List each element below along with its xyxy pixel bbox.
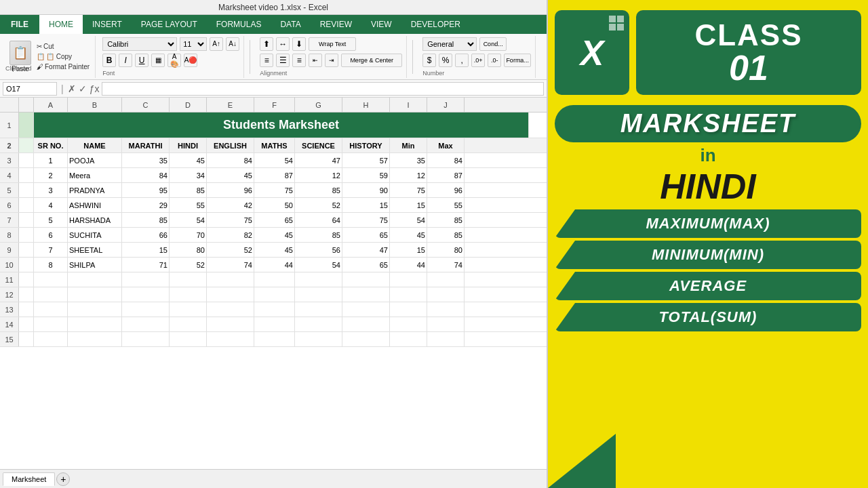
empty-r13-c2[interactable] <box>122 302 170 317</box>
align-left-button[interactable]: ≡ <box>260 54 273 67</box>
cell-r6-c2[interactable]: 29 <box>122 198 170 212</box>
indent-increase-button[interactable]: ⇥ <box>325 54 338 67</box>
empty-r15-c8[interactable] <box>390 332 427 346</box>
cell-r4-c9[interactable]: 87 <box>427 168 465 182</box>
format-painter-button[interactable]: 🖌 Format Painter <box>35 62 91 71</box>
empty-r14-c8[interactable] <box>390 317 427 331</box>
insert-function-icon[interactable]: ƒx <box>90 83 100 94</box>
empty-r11-c5[interactable] <box>254 272 295 287</box>
tab-home[interactable]: HOME <box>39 15 83 34</box>
cell-r7-c0[interactable]: 5 <box>34 213 68 227</box>
cell-r10-c2[interactable]: 71 <box>122 258 170 272</box>
cell-r8-c5[interactable]: 45 <box>254 228 295 242</box>
cell-r4-c8[interactable]: 12 <box>390 168 427 182</box>
empty-r14-c9[interactable] <box>427 317 465 331</box>
empty-r12-c9[interactable] <box>427 287 465 302</box>
cell-r5-c4[interactable]: 96 <box>207 183 254 197</box>
empty-r14-c1[interactable] <box>68 317 122 331</box>
cell-r3-c3[interactable]: 45 <box>170 153 207 167</box>
cell-r5-c8[interactable]: 75 <box>390 183 427 197</box>
cell-r9-c2[interactable]: 15 <box>122 243 170 257</box>
font-decrease-button[interactable]: A↓ <box>226 37 239 51</box>
cell-r5-c1[interactable]: PRADNYA <box>68 183 122 197</box>
bold-button[interactable]: B <box>102 54 116 67</box>
cell-r10-c8[interactable]: 44 <box>390 258 427 272</box>
empty-r11-c6[interactable] <box>295 272 342 287</box>
cell-r8-c1[interactable]: SUCHITA <box>68 228 122 242</box>
cell-r10-c0[interactable]: 8 <box>34 258 68 272</box>
empty-r12-c6[interactable] <box>295 287 342 302</box>
empty-r12-c0[interactable] <box>34 287 68 302</box>
empty-r14-c0[interactable] <box>34 317 68 331</box>
empty-r14-c5[interactable] <box>254 317 295 331</box>
cell-r9-c9[interactable]: 80 <box>427 243 465 257</box>
empty-r11-c2[interactable] <box>122 272 170 287</box>
confirm-formula-icon[interactable]: ✓ <box>79 83 87 94</box>
empty-r13-c7[interactable] <box>342 302 390 317</box>
cell-r6-c0[interactable]: 4 <box>34 198 68 212</box>
cell-r7-c7[interactable]: 75 <box>342 213 390 227</box>
tab-view[interactable]: VIEW <box>361 15 401 34</box>
empty-r15-c5[interactable] <box>254 332 295 346</box>
cell-r3-c7[interactable]: 57 <box>342 153 390 167</box>
italic-button[interactable]: I <box>119 54 132 67</box>
currency-button[interactable]: $ <box>422 54 436 67</box>
copy-button[interactable]: 📋 📋 Copy <box>35 52 91 61</box>
cell-r5-c6[interactable]: 85 <box>295 183 342 197</box>
empty-r11-c0[interactable] <box>34 272 68 287</box>
cell-r10-c6[interactable]: 54 <box>295 258 342 272</box>
empty-r13-c8[interactable] <box>390 302 427 317</box>
cell-r10-c4[interactable]: 74 <box>207 258 254 272</box>
tab-page-layout[interactable]: PAGE LAYOUT <box>132 15 207 34</box>
indent-decrease-button[interactable]: ⇤ <box>309 54 322 67</box>
cell-r7-c9[interactable]: 85 <box>427 213 465 227</box>
align-middle-button[interactable]: ↔ <box>276 37 290 51</box>
cell-r6-c7[interactable]: 15 <box>342 198 390 212</box>
empty-r12-c7[interactable] <box>342 287 390 302</box>
cell-r9-c6[interactable]: 56 <box>295 243 342 257</box>
add-sheet-button[interactable]: + <box>56 472 70 486</box>
cell-r8-c0[interactable]: 6 <box>34 228 68 242</box>
empty-r15-c1[interactable] <box>68 332 122 346</box>
empty-r13-c0[interactable] <box>34 302 68 317</box>
cancel-formula-icon[interactable]: ✗ <box>68 83 76 94</box>
cell-r3-c8[interactable]: 35 <box>390 153 427 167</box>
tab-developer[interactable]: DEVELOPER <box>401 15 470 34</box>
cell-r9-c5[interactable]: 45 <box>254 243 295 257</box>
cell-r10-c7[interactable]: 65 <box>342 258 390 272</box>
empty-r14-c6[interactable] <box>295 317 342 331</box>
empty-r12-c5[interactable] <box>254 287 295 302</box>
cond-format-button[interactable]: Cond... <box>479 37 507 51</box>
empty-r11-c4[interactable] <box>207 272 254 287</box>
empty-r12-c4[interactable] <box>207 287 254 302</box>
cell-r7-c2[interactable]: 85 <box>122 213 170 227</box>
align-center-button[interactable]: ☰ <box>276 54 290 67</box>
cell-r5-c7[interactable]: 90 <box>342 183 390 197</box>
cell-r5-c9[interactable]: 96 <box>427 183 465 197</box>
cell-r6-c9[interactable]: 55 <box>427 198 465 212</box>
cell-r4-c6[interactable]: 12 <box>295 168 342 182</box>
cell-r10-c9[interactable]: 74 <box>427 258 465 272</box>
empty-r12-c2[interactable] <box>122 287 170 302</box>
empty-r12-c1[interactable] <box>68 287 122 302</box>
formula-input[interactable] <box>102 82 544 96</box>
empty-r11-c8[interactable] <box>390 272 427 287</box>
cell-r8-c2[interactable]: 66 <box>122 228 170 242</box>
cell-r9-c4[interactable]: 52 <box>207 243 254 257</box>
cell-r3-c2[interactable]: 35 <box>122 153 170 167</box>
empty-r14-c3[interactable] <box>170 317 207 331</box>
font-size-select[interactable]: 11 <box>180 37 207 51</box>
percent-button[interactable]: % <box>439 54 452 67</box>
decimal-increase-button[interactable]: .0+ <box>471 54 485 67</box>
cell-r4-c2[interactable]: 84 <box>122 168 170 182</box>
font-name-select[interactable]: Calibri <box>102 37 177 51</box>
cell-r3-c1[interactable]: POOJA <box>68 153 122 167</box>
empty-r15-c0[interactable] <box>34 332 68 346</box>
tab-formulas[interactable]: FORMULAS <box>207 15 271 34</box>
cell-r8-c3[interactable]: 70 <box>170 228 207 242</box>
cell-r7-c3[interactable]: 54 <box>170 213 207 227</box>
cell-r5-c2[interactable]: 95 <box>122 183 170 197</box>
cell-r9-c0[interactable]: 7 <box>34 243 68 257</box>
empty-r13-c9[interactable] <box>427 302 465 317</box>
cell-r9-c7[interactable]: 47 <box>342 243 390 257</box>
